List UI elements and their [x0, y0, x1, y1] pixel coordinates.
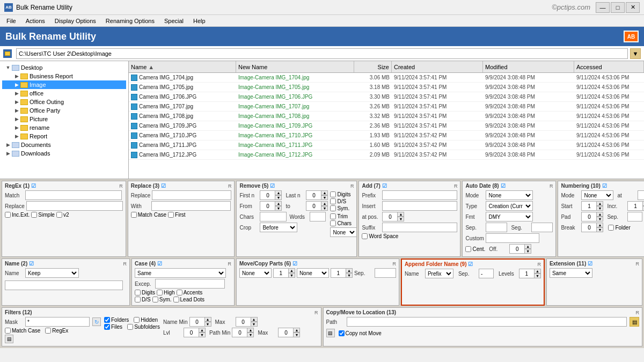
minimize-button[interactable]: — [596, 2, 610, 13]
expand-image[interactable]: ▶ [13, 81, 20, 88]
col-header-accessed[interactable]: Accessed [574, 61, 644, 72]
filters-refresh-btn[interactable]: ↻ [92, 317, 101, 326]
movecopy-num1[interactable] [273, 268, 288, 278]
off-down[interactable]: ▼ [524, 249, 531, 254]
regex-simple-cb[interactable]: Simple [31, 212, 55, 218]
path-browse-button[interactable]: ▼ [630, 48, 641, 59]
remove-chars-input[interactable] [260, 212, 287, 221]
autodate-type-select[interactable]: Creation (Curr [486, 201, 533, 211]
start-down[interactable]: ▼ [596, 206, 603, 211]
numbering-folder-cb[interactable]: Folder [608, 225, 630, 231]
from-down[interactable]: ▼ [275, 206, 282, 211]
filters-matchcase-cb[interactable]: Match Case [5, 328, 40, 334]
levels-up[interactable]: ▲ [534, 269, 541, 274]
close-button[interactable]: ✕ [626, 2, 640, 13]
menu-file[interactable]: File [2, 17, 20, 25]
remove-to-input[interactable] [306, 201, 321, 211]
col-header-newname[interactable]: New Name [236, 61, 354, 72]
remove-none-select[interactable]: None [330, 227, 357, 237]
filters-icon-btn[interactable]: ▤ [5, 335, 13, 343]
tree-item-image[interactable]: ▶ Image [2, 80, 126, 89]
to-up[interactable]: ▲ [321, 201, 328, 206]
menu-renaming-options[interactable]: Renaming Options [101, 17, 159, 25]
regex-v2-cb[interactable]: v2 [56, 212, 69, 218]
table-row[interactable]: Camera IMG_1704.jpg Image-Camera IMG_170… [129, 73, 644, 83]
filters-subfolders-cb[interactable]: Subfolders [127, 324, 160, 330]
autodate-custom-input[interactable] [486, 233, 539, 243]
mc2-down[interactable]: ▼ [346, 273, 353, 278]
col-header-size[interactable]: Size [354, 61, 392, 72]
appendfolder-sep-input[interactable] [479, 269, 494, 278]
menu-display-options[interactable]: Display Options [50, 17, 100, 25]
col-header-created[interactable]: Created [392, 61, 483, 72]
copymove-icon-btn[interactable]: ▤ [326, 329, 335, 337]
expand-report[interactable]: ▶ [13, 132, 20, 140]
filters-regex-cb[interactable]: RegEx [45, 328, 68, 334]
regex-replace-input[interactable] [26, 201, 123, 211]
movecopy-num2[interactable] [331, 268, 346, 278]
add-wordspace-cb[interactable]: Word Space [362, 233, 398, 239]
expand-office[interactable]: ▶ [13, 90, 20, 97]
menu-actions[interactable]: Actions [21, 17, 49, 25]
path-input[interactable]: C:\Users\TC User 2\Desktop\Image [16, 48, 628, 59]
table-row[interactable]: Camera IMG_1707.jpg Image-Camera IMG_170… [129, 102, 644, 112]
filters-mask-input[interactable] [25, 317, 90, 327]
start-up[interactable]: ▲ [596, 201, 603, 206]
regex-incext-cb[interactable]: Inc.Ext. [5, 212, 30, 218]
tree-item-business-report[interactable]: ▶ Business Report [2, 72, 126, 80]
remove-from-input[interactable] [260, 201, 275, 211]
regex-match-input[interactable] [25, 190, 122, 200]
case-high-cb[interactable]: High [157, 290, 175, 295]
appendfolder-levels-input[interactable] [519, 269, 534, 278]
appendfolder-r-btn[interactable]: R [537, 262, 541, 267]
menu-help[interactable]: Help [189, 17, 210, 25]
pathmax-down[interactable]: ▼ [293, 333, 300, 337]
mc1-down[interactable]: ▼ [288, 273, 295, 278]
name-r-btn[interactable]: R [123, 261, 127, 267]
replace-first-cb[interactable]: First [168, 212, 185, 218]
expand-desktop[interactable]: ▼ [4, 64, 12, 71]
autodate-mode-select[interactable]: None [486, 190, 533, 200]
numbering-break-input[interactable] [581, 223, 596, 232]
expand-office-party[interactable]: ▶ [13, 107, 20, 114]
remove-words-input[interactable] [310, 212, 326, 221]
remove-trim-cb[interactable]: Trim [330, 213, 357, 219]
atpos-down[interactable]: ▼ [397, 217, 404, 221]
movecopy-select1[interactable]: None [239, 268, 272, 278]
expand-documents[interactable]: ▶ [4, 141, 12, 149]
lastn-up[interactable]: ▲ [321, 190, 328, 195]
extension-r-btn[interactable]: R [636, 261, 640, 267]
autodate-fmt-select[interactable]: DMY [486, 212, 533, 221]
appendfolder-name-select[interactable]: Prefix [425, 269, 453, 278]
add-r-btn[interactable]: R [454, 183, 458, 189]
copymove-path-input[interactable] [347, 317, 627, 327]
tree-item-downloads[interactable]: ▶ Downloads [2, 149, 126, 158]
copymove-copynotmove-cb[interactable]: Copy not Move [339, 330, 382, 336]
lvl-down[interactable]: ▼ [199, 333, 206, 337]
tree-item-office-outing[interactable]: ▶ Office Outing [2, 98, 126, 106]
expand-downloads[interactable]: ▶ [4, 150, 12, 157]
filters-hidden-cb[interactable]: Hidden [134, 317, 158, 323]
case-ds-cb[interactable]: D/S [135, 297, 151, 302]
expand-business-report[interactable]: ▶ [13, 72, 20, 80]
pathmax-up[interactable]: ▲ [293, 328, 300, 333]
numbering-incr-input[interactable] [627, 201, 642, 211]
namemin-down[interactable]: ▼ [204, 322, 211, 327]
filters-pathmin-input[interactable] [232, 328, 247, 337]
name-input[interactable] [5, 280, 123, 290]
remove-r-btn[interactable]: R [350, 183, 354, 189]
autodate-seg-input[interactable] [531, 223, 553, 232]
replace-input[interactable] [152, 190, 231, 200]
case-accents-cb[interactable]: Accents [177, 290, 203, 295]
table-row[interactable]: Camera IMG_1706.JPG Image-Camera IMG_170… [129, 92, 644, 102]
table-row[interactable]: Camera IMG_1708.jpg Image-Camera IMG_170… [129, 112, 644, 121]
pathmin-up[interactable]: ▲ [247, 328, 254, 333]
expand-office-outing[interactable]: ▶ [13, 98, 20, 106]
remove-crop-select[interactable]: BeforeAfter [260, 223, 297, 232]
name-select[interactable]: Keep [25, 268, 79, 278]
numbering-pad-input[interactable] [581, 212, 596, 221]
firstn-up[interactable]: ▲ [275, 190, 282, 195]
menu-special[interactable]: Special [160, 17, 188, 25]
filters-r-btn[interactable]: R [314, 310, 318, 315]
case-leaddots-cb[interactable]: Lead Dots [173, 297, 205, 302]
